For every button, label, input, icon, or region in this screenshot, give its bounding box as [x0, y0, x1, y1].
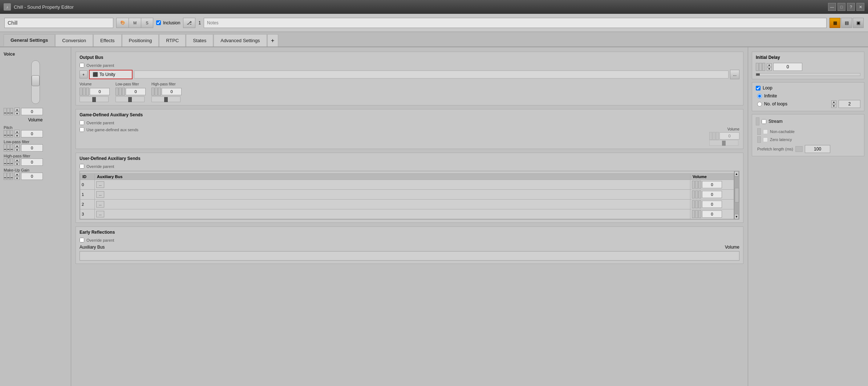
output-volume-slider[interactable] — [80, 96, 109, 102]
lowpass-input[interactable] — [21, 144, 43, 152]
delay-slider-thumb[interactable] — [756, 73, 760, 76]
row-2-vol-input[interactable] — [702, 201, 722, 208]
early-reflections-labels: Auxiliary Bus Volume — [80, 245, 739, 250]
tab-states[interactable]: States — [186, 34, 213, 47]
tab-add-button[interactable]: + — [267, 34, 278, 47]
row-1-dots-btn[interactable]: ... — [96, 191, 104, 198]
tab-effects[interactable]: Effects — [93, 34, 122, 47]
output-lowpass-input[interactable] — [126, 88, 146, 95]
stream-indicator — [756, 117, 759, 125]
lowpass-up-btn[interactable]: ▲ — [15, 144, 20, 148]
view-btn-2[interactable]: ▤ — [841, 18, 852, 28]
output-highpass-input[interactable] — [162, 88, 182, 95]
initial-delay-section: Initial Delay ▲ ▼ — [752, 52, 864, 79]
game-aux-volume-slider — [709, 140, 738, 146]
row-0-dots-btn[interactable]: ... — [96, 181, 104, 188]
row-2-dots-btn[interactable]: ... — [96, 201, 104, 208]
pitch-down-btn[interactable]: ▼ — [15, 134, 20, 137]
makeup-up-btn[interactable]: ▲ — [15, 172, 20, 176]
volume-down-btn[interactable]: ▼ — [15, 112, 20, 115]
scrollbar-up-arrow[interactable]: ▲ — [734, 171, 739, 176]
lowpass-row: ▲ ▼ — [4, 144, 67, 152]
inclusion-checkbox[interactable] — [156, 20, 161, 25]
highpass-up-btn[interactable]: ▲ — [15, 158, 20, 162]
output-bus-override-row: Override parent — [80, 63, 739, 68]
palette-button[interactable]: 🎨 — [116, 18, 129, 28]
loop-checkbox[interactable] — [756, 86, 760, 91]
volume-slider-knob[interactable] — [32, 75, 40, 86]
scrollbar-down-arrow[interactable]: ▼ — [734, 214, 739, 219]
tab-conversion[interactable]: Conversion — [55, 34, 93, 47]
d-ms2 — [759, 63, 762, 71]
pitch-up-btn[interactable]: ▲ — [15, 130, 20, 133]
scrollbar-thumb[interactable] — [735, 188, 739, 202]
tabs: General Settings Conversion Effects Posi… — [0, 32, 868, 47]
m-button[interactable]: M — [129, 18, 141, 28]
game-aux-use-checkbox[interactable] — [80, 127, 84, 132]
sound-name-input[interactable] — [4, 18, 113, 28]
highpass-input[interactable] — [21, 158, 43, 166]
window-title: Chill - Sound Property Editor — [14, 4, 74, 10]
view-btn-3[interactable]: ▣ — [853, 18, 864, 28]
maximize-button[interactable]: □ — [837, 3, 845, 11]
help-button[interactable]: ? — [847, 3, 855, 11]
volume-up-btn[interactable]: ▲ — [15, 108, 20, 111]
highpass-down-btn[interactable]: ▼ — [15, 162, 20, 166]
output-highpass-slider[interactable] — [151, 96, 181, 102]
stream-checkbox[interactable] — [762, 119, 766, 124]
notes-input[interactable] — [204, 18, 827, 28]
game-aux-override-checkbox[interactable] — [80, 120, 84, 125]
rv2-ms2 — [695, 200, 698, 208]
loops-value-input[interactable] — [839, 100, 860, 108]
volume-input[interactable] — [21, 108, 43, 115]
output-bus-override-checkbox[interactable] — [80, 63, 84, 68]
no-of-loops-label: No. of loops — [764, 101, 787, 106]
makeup-mini-sliders — [4, 173, 13, 180]
volume-slider-vertical[interactable] — [31, 60, 40, 104]
oh-ms2 — [155, 88, 158, 96]
lowpass-mini-sliders — [4, 144, 13, 152]
delay-down-btn[interactable]: ▼ — [767, 67, 772, 71]
infinite-radio[interactable] — [757, 94, 762, 98]
tab-general-settings[interactable]: General Settings — [4, 34, 55, 47]
rv3-ms3 — [698, 210, 701, 218]
loops-down-btn[interactable]: ▼ — [831, 104, 836, 108]
tab-positioning[interactable]: Positioning — [122, 34, 159, 47]
early-reflections-override-checkbox[interactable] — [80, 238, 84, 242]
tab-rtpc[interactable]: RTPC — [159, 34, 186, 47]
makeup-input[interactable] — [21, 173, 43, 180]
makeup-down-btn[interactable]: ▼ — [15, 176, 20, 180]
minimize-button[interactable]: — — [828, 3, 836, 11]
bus-icon-btn[interactable]: + — [80, 71, 88, 79]
delay-up-btn[interactable]: ▲ — [767, 63, 772, 67]
user-aux-override-checkbox[interactable] — [80, 164, 84, 169]
lowpass-down-btn[interactable]: ▼ — [15, 148, 20, 152]
share-count: 1 — [198, 20, 201, 25]
tab-advanced-settings[interactable]: Advanced Settings — [214, 34, 267, 47]
user-defined-aux-title: User-Defined Auxiliary Sends — [80, 156, 739, 161]
delay-slider[interactable] — [756, 73, 860, 76]
share-button[interactable]: ⎇ — [183, 18, 195, 28]
output-volume-input[interactable] — [90, 88, 110, 95]
row-3-dots-btn[interactable]: ... — [96, 211, 104, 217]
bus-row: + ⬛ To Unity ... — [80, 70, 739, 79]
delay-mini-sliders — [756, 63, 765, 71]
row-0-vol-input[interactable] — [702, 181, 722, 188]
no-of-loops-radio[interactable] — [757, 102, 762, 106]
row-3-vol-input[interactable] — [702, 210, 722, 218]
close-button[interactable]: ✕ — [856, 3, 864, 11]
row-1-vol-input[interactable] — [702, 191, 722, 198]
early-reflections-aux-bus-label: Auxiliary Bus — [80, 245, 105, 250]
s-button[interactable]: S — [141, 18, 153, 28]
bus-expand-btn[interactable]: ... — [730, 70, 739, 79]
delay-value-input[interactable] — [773, 63, 802, 71]
output-lowpass-slider[interactable] — [115, 96, 145, 102]
non-cachable-label: Non-cachable — [770, 129, 795, 134]
pitch-input[interactable] — [21, 130, 43, 137]
view-btn-1[interactable]: ▦ — [830, 18, 840, 28]
aux-table-scrollbar[interactable]: ▲ ▼ — [734, 171, 739, 219]
loops-up-btn[interactable]: ▲ — [831, 100, 836, 104]
bus-path-area — [134, 71, 729, 79]
table-row: 1 ... — [80, 190, 734, 200]
row-bus-0: ... — [95, 180, 690, 190]
